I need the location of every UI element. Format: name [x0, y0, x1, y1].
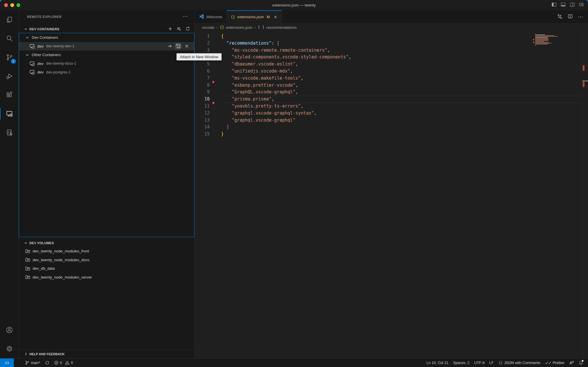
customize-layout-icon[interactable] — [579, 2, 584, 7]
code-line-11[interactable]: 11 "yoavbls.pretty-ts-errors", — [195, 103, 588, 110]
gutter — [210, 40, 221, 47]
line-number[interactable]: 12 — [195, 110, 210, 117]
code-line-12[interactable]: 12 "graphql.vscode-graphql-syntax", — [195, 110, 588, 117]
editor-more-actions-icon[interactable]: ⋯ — [578, 14, 583, 20]
tab-welcome[interactable]: Welcome — [195, 10, 227, 23]
breadcrumb-separator: › — [255, 25, 256, 30]
cursor-position-status[interactable]: Ln 10, Col 21 — [424, 361, 451, 365]
sync-changes-status[interactable] — [43, 361, 52, 365]
git-branch-status[interactable]: main* — [23, 361, 43, 365]
breadcrumb-folder[interactable]: .vscode — [201, 25, 214, 30]
code-line-5[interactable]: 5 "dbaeumer.vscode-eslint", — [195, 61, 588, 68]
section-dev-containers[interactable]: DEV CONTAINERS — [19, 25, 194, 33]
section-dev-volumes[interactable]: DEV VOLUMES — [19, 239, 194, 247]
activity-dev-containers-icon[interactable] — [0, 123, 19, 142]
code-line-7[interactable]: 7 "ms-vscode.makefile-tools", — [195, 75, 588, 82]
line-number[interactable]: 11 — [195, 103, 210, 110]
code-line-13[interactable]: 13 "graphql.vscode-graphql" — [195, 117, 588, 124]
line-number[interactable]: 15 — [195, 131, 210, 138]
volume-label: dev_twenty_node_modules_docs — [33, 258, 89, 262]
toggle-primary-sidebar-icon[interactable] — [552, 2, 557, 7]
toggle-panel-icon[interactable] — [561, 2, 566, 7]
chevron-down-icon — [24, 27, 28, 31]
code-token: "graphql.vscode-graphql" — [221, 117, 295, 124]
activity-settings-icon[interactable] — [0, 339, 19, 358]
close-tab-icon[interactable] — [273, 15, 278, 19]
activity-search-icon[interactable] — [0, 29, 19, 48]
refresh-icon[interactable] — [186, 26, 190, 31]
line-number[interactable]: 13 — [195, 117, 210, 124]
sidebar-more-actions-icon[interactable]: ⋯ — [183, 13, 188, 19]
code-editor[interactable]: 1{2 "recommendations": [3 "ms-vscode-rem… — [195, 31, 588, 358]
language-mode-status[interactable]: JSON with Comments — [496, 361, 543, 365]
line-number[interactable]: 6 — [195, 68, 210, 75]
remote-indicator[interactable] — [0, 358, 14, 367]
stop-container-icon[interactable] — [183, 43, 190, 49]
line-number[interactable]: 2 — [195, 40, 210, 47]
container-item-dev-twenty-docs-1[interactable]: devdev-twenty-docs-1 — [19, 59, 194, 68]
tree-group-dev-containers[interactable]: Dev Containers — [19, 33, 194, 42]
minimap-line — [535, 36, 557, 37]
container-item-dev-twenty-dev-1[interactable]: devdev-twenty-dev-1 — [19, 42, 194, 51]
minimap[interactable] — [535, 33, 558, 46]
line-number[interactable]: 8 — [195, 82, 210, 89]
tree-group-label: Dev Containers — [32, 35, 58, 40]
volume-item-dev_twenty_node_modules_front[interactable]: dev_twenty_node_modules_front — [19, 247, 194, 256]
line-number[interactable]: 1 — [195, 33, 210, 40]
notifications-bell-icon[interactable] — [576, 361, 586, 365]
clear-recent-list-icon[interactable] — [177, 26, 181, 31]
activity-source-control-icon[interactable]: 1 — [0, 48, 19, 67]
code-line-15[interactable]: 15} — [195, 131, 588, 138]
code-line-9[interactable]: 9 "GraphQL.vscode-graphql", — [195, 89, 588, 96]
gutter — [210, 110, 221, 117]
line-number[interactable]: 9 — [195, 89, 210, 96]
code-line-1[interactable]: 1{ — [195, 33, 588, 40]
volume-item-dev_twenty_node_modules_docs[interactable]: dev_twenty_node_modules_docs — [19, 256, 194, 264]
code-line-8[interactable]: 8 "esbenp.prettier-vscode", — [195, 82, 588, 89]
activity-remote-explorer-icon[interactable] — [0, 104, 19, 123]
code-line-4[interactable]: 4 "styled-components.vscode-styled-compo… — [195, 54, 588, 61]
attach-in-new-window-icon[interactable] — [175, 43, 181, 49]
minimize-window-button[interactable] — [10, 3, 14, 7]
breadcrumb-file[interactable]: extensions.json — [226, 25, 253, 30]
line-number[interactable]: 3 — [195, 47, 210, 54]
tree-group-other-containers[interactable]: Other Containers — [19, 51, 194, 59]
ruler-mark-current-line — [582, 81, 588, 81]
indentation-status[interactable]: Spaces: 2 — [451, 361, 472, 365]
open-changes-icon[interactable] — [557, 14, 562, 20]
line-number[interactable]: 5 — [195, 61, 210, 68]
activity-run-debug-icon[interactable] — [0, 67, 19, 86]
ruler-mark-red — [583, 82, 584, 87]
toggle-secondary-sidebar-icon[interactable] — [570, 2, 575, 7]
volume-item-dev_twenty_node_modules_server[interactable]: dev_twenty_node_modules_server — [19, 273, 194, 282]
tab-extensions-json[interactable]: {} extensions.json M — [227, 10, 282, 24]
minimap-line — [535, 37, 548, 38]
new-container-plus-icon[interactable] — [168, 26, 173, 31]
breadcrumb-symbol[interactable]: recommendations — [266, 25, 297, 30]
zoom-window-button[interactable] — [16, 3, 20, 7]
gutter — [210, 117, 221, 124]
activity-explorer-icon[interactable] — [0, 10, 19, 29]
feedback-icon[interactable] — [567, 361, 576, 365]
line-number[interactable]: 7 — [195, 75, 210, 82]
line-number[interactable]: 10 — [195, 96, 210, 103]
code-line-14[interactable]: 14 ] — [195, 124, 588, 131]
code-line-3[interactable]: 3 "ms-vscode-remote.remote-containers", — [195, 47, 588, 54]
formatter-status[interactable]: Prettier — [543, 361, 567, 365]
activity-extensions-icon[interactable] — [0, 86, 19, 104]
close-window-button[interactable] — [4, 3, 8, 7]
attach-container-icon[interactable] — [166, 43, 173, 49]
volume-item-dev_db_data[interactable]: dev_db_data — [19, 264, 194, 273]
eol-status[interactable]: LF — [487, 361, 496, 365]
code-line-6[interactable]: 6 "unifiedjs.vscode-mdx", — [195, 68, 588, 75]
activity-accounts-icon[interactable] — [0, 321, 19, 339]
code-line-2[interactable]: 2 "recommendations": [ — [195, 40, 588, 47]
problems-status[interactable]: 0 0 — [52, 361, 75, 365]
split-editor-icon[interactable] — [568, 14, 573, 20]
encoding-status[interactable]: UTF-8 — [472, 361, 487, 365]
section-help-and-feedback[interactable]: HELP AND FEEDBACK — [19, 350, 194, 358]
overview-ruler[interactable] — [582, 31, 588, 358]
code-line-10[interactable]: 10 "prisma.prisma", — [195, 96, 588, 103]
line-number[interactable]: 14 — [195, 124, 210, 131]
container-item-dev-postgres-1[interactable]: devdev-postgres-1 — [19, 68, 194, 77]
